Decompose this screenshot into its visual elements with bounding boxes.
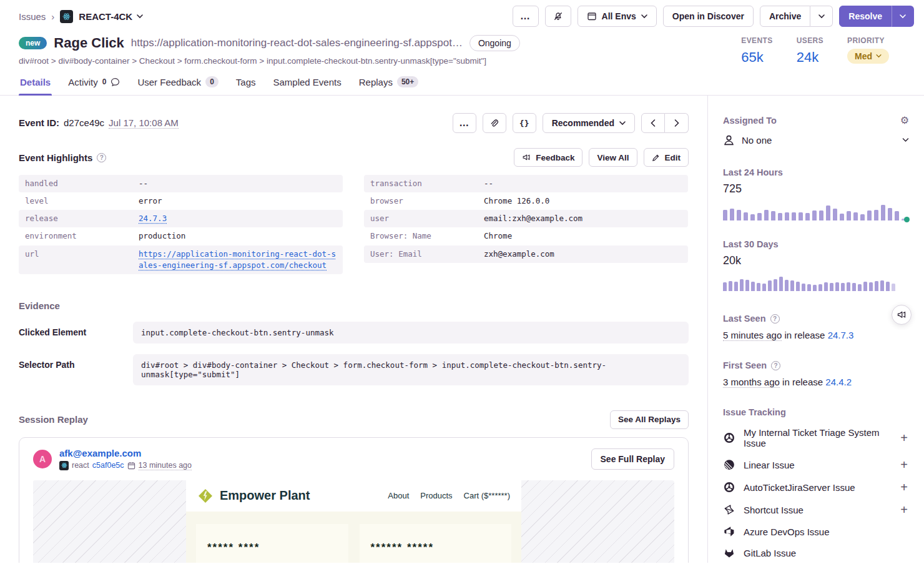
replay-product-card: ***** **** *** **** **** *** ******* Add… — [196, 524, 348, 563]
help-icon[interactable]: ? — [771, 361, 780, 370]
breadcrumb: Issues › REACT-4CK — [19, 10, 143, 23]
edit-highlights-button[interactable]: Edit — [644, 148, 689, 167]
add-issue-button[interactable]: + — [899, 458, 909, 471]
environment-selector[interactable]: All Envs — [578, 6, 657, 27]
top-bar: Issues › REACT-4CK … All Envs Open in Di… — [0, 0, 924, 32]
add-issue-button[interactable]: + — [899, 432, 909, 444]
replay-user-link[interactable]: afk@example.com — [59, 448, 192, 458]
view-all-button[interactable]: View All — [589, 148, 637, 167]
first-seen-release-link[interactable]: 24.4.2 — [825, 377, 852, 387]
jira-server-issue-link[interactable]: AutoTicketJiraServer Issue — [744, 482, 891, 493]
first-seen-time: 3 months ago — [723, 377, 780, 388]
events-count-link[interactable]: 65k — [741, 49, 763, 66]
next-event-button[interactable] — [665, 113, 689, 133]
issue-tracking-row: GitLab Issue — [723, 547, 909, 558]
selector-path-label: Selector Path — [19, 354, 133, 370]
event-more-button[interactable]: … — [453, 113, 476, 133]
issue-short-id-selector[interactable]: REACT-4CK — [79, 11, 143, 22]
last-24-hours-count: 725 — [723, 182, 909, 195]
tab-activity[interactable]: Activity 0 — [67, 71, 121, 95]
resolve-dropdown-button[interactable] — [892, 6, 914, 27]
add-issue-button[interactable]: + — [899, 481, 909, 493]
help-icon[interactable]: ? — [97, 153, 106, 162]
replay-id-link[interactable]: c5af0e5c — [92, 461, 124, 470]
event-actions: … {} Recommended — [453, 113, 689, 133]
last-24-hours-chart[interactable] — [723, 203, 909, 220]
gitlab-issue-link[interactable]: GitLab Issue — [744, 548, 909, 558]
azure-devops-issue-link[interactable]: Azure DevOps Issue — [744, 527, 909, 537]
priority-selector[interactable]: Med — [847, 49, 889, 64]
open-in-discover-button[interactable]: Open in Discover — [663, 6, 754, 27]
release-link[interactable]: 24.7.3 — [139, 213, 167, 224]
assignee-selector[interactable]: No one — [723, 134, 909, 146]
help-icon[interactable]: ? — [770, 314, 780, 324]
see-all-replays-button[interactable]: See All Replays — [610, 410, 689, 429]
last-30-days-chart[interactable] — [723, 275, 909, 291]
url-link[interactable]: https://application-monitoring-react-dot… — [139, 249, 337, 271]
ticket-triage-issue-link[interactable]: My Internal Ticket Triage System Issue — [744, 427, 891, 448]
gitlab-icon — [723, 547, 735, 558]
see-full-replay-button[interactable]: See Full Replay — [591, 448, 674, 470]
bell-slash-icon — [553, 11, 563, 21]
last-seen-title: Last Seen — [723, 314, 766, 324]
product-title: ***** **** — [207, 542, 337, 554]
gear-icon[interactable]: ⚙ — [900, 116, 909, 126]
json-view-button[interactable]: {} — [513, 113, 536, 133]
issue-tracking-row: Linear Issue + — [723, 458, 909, 471]
pencil-icon — [652, 154, 660, 162]
attachments-button[interactable] — [483, 113, 506, 133]
tab-tags[interactable]: Tags — [235, 71, 257, 95]
tab-sampled-events[interactable]: Sampled Events — [272, 71, 343, 95]
braces-icon: {} — [519, 119, 529, 128]
replay-site-brand: Empower Plant — [220, 488, 310, 503]
issue-tracking-row: Azure DevOps Issue — [723, 526, 909, 537]
resolve-button[interactable]: Resolve — [839, 6, 892, 27]
shortcut-icon — [723, 504, 735, 515]
issue-sidebar: Assigned To ⚙ No one Last 24 Hours 725 L… — [707, 96, 924, 563]
linear-issue-link[interactable]: Linear Issue — [744, 460, 891, 470]
add-issue-button[interactable]: + — [899, 503, 909, 516]
helm-icon — [723, 432, 735, 443]
more-actions-button[interactable]: … — [513, 6, 539, 27]
event-id-group: Event ID: d27ce49c Jul 17, 10:08 AM — [19, 117, 179, 129]
archive-button-group: Archive — [760, 6, 833, 27]
event-selector-dropdown[interactable]: Recommended — [543, 113, 635, 133]
main-panel: Event ID: d27ce49c Jul 17, 10:08 AM … {}… — [0, 96, 707, 563]
tab-details[interactable]: Details — [19, 71, 52, 95]
last-seen-release-link[interactable]: 24.7.3 — [828, 330, 854, 340]
first-seen-section: First Seen ? 3 months ago in release 24.… — [723, 360, 909, 387]
breadcrumb-issues-link[interactable]: Issues — [19, 11, 46, 22]
shortcut-issue-link[interactable]: Shortcut Issue — [744, 505, 891, 515]
archive-dropdown-button[interactable] — [810, 6, 833, 27]
breadcrumb-separator-icon: › — [51, 11, 54, 22]
replayed-website: Empower Plant About Products Cart ($****… — [186, 480, 521, 563]
floating-feedback-button[interactable] — [892, 305, 912, 325]
feedback-button[interactable]: Feedback — [514, 148, 582, 167]
evidence-title: Evidence — [19, 300, 689, 311]
chevron-down-icon — [619, 121, 626, 126]
mute-notifications-button[interactable] — [545, 6, 571, 27]
last-30-days-section: Last 30 Days 20k — [723, 239, 909, 291]
users-count-link[interactable]: 24k — [797, 49, 818, 66]
issue-selector-path: div#root > div#body-container > Checkout… — [19, 56, 520, 66]
calendar-icon — [127, 462, 135, 470]
avatar: A — [33, 450, 52, 468]
tab-replays[interactable]: Replays 50+ — [358, 71, 420, 95]
issue-header: new Rage Click https://application-monit… — [0, 32, 924, 66]
last-24-hours-section: Last 24 Hours 725 — [723, 167, 909, 220]
environment-selector-label: All Envs — [602, 11, 636, 21]
replay-nav-about: About — [388, 491, 409, 500]
last-seen-mid-text: in release — [784, 330, 825, 340]
previous-event-button[interactable] — [641, 113, 665, 133]
replay-nav-cart: Cart ($******) — [464, 491, 510, 500]
highlight-row: levelerror — [19, 192, 343, 210]
events-stat: EVENTS 65k — [741, 36, 772, 66]
react-platform-icon — [59, 461, 69, 470]
chevron-left-icon — [651, 119, 656, 127]
replay-stage[interactable]: Empower Plant About Products Cart ($****… — [33, 480, 674, 563]
tab-user-feedback[interactable]: User Feedback 0 — [136, 71, 219, 95]
archive-button[interactable]: Archive — [760, 6, 810, 27]
users-stat-label: USERS — [797, 36, 823, 45]
top-actions: … All Envs Open in Discover Archive Reso… — [513, 6, 914, 27]
megaphone-icon — [522, 153, 531, 162]
